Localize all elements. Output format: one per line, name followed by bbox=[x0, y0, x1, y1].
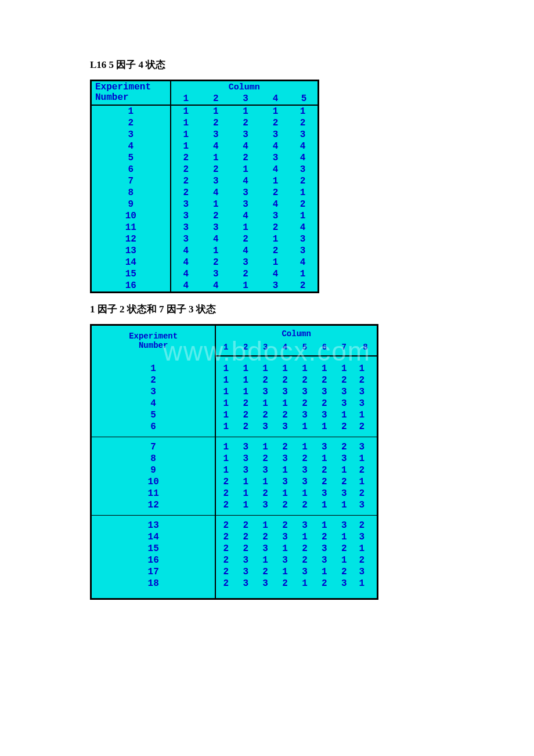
value-cell: 3 bbox=[275, 555, 295, 566]
value-cell: 1 bbox=[334, 409, 354, 421]
value-cell: 1 bbox=[275, 465, 295, 476]
table-row: 1522312321 bbox=[91, 543, 378, 555]
orthogonal-array-table-2: ExperimentNumber Column 1 2 3 4 5 6 7 8 … bbox=[90, 324, 378, 600]
value-cell: 3 bbox=[171, 210, 201, 222]
exp-cell: 3 bbox=[91, 386, 216, 398]
value-cell: 3 bbox=[315, 409, 334, 421]
value-cell: 2 bbox=[354, 465, 378, 476]
title-1: L16 5 因子 4 状态 bbox=[90, 58, 444, 71]
value-cell: 1 bbox=[295, 437, 315, 453]
col2-4: 4 bbox=[275, 339, 295, 356]
value-cell: 4 bbox=[201, 280, 230, 293]
value-cell: 3 bbox=[334, 453, 354, 465]
table-row: 813232131 bbox=[91, 453, 378, 465]
value-cell: 2 bbox=[230, 268, 260, 280]
value-cell: 3 bbox=[315, 543, 334, 555]
value-cell: 1 bbox=[261, 257, 290, 268]
exp-cell: 16 bbox=[91, 280, 171, 293]
value-cell: 2 bbox=[215, 578, 236, 599]
exp-cell: 9 bbox=[91, 199, 171, 210]
value-cell: 4 bbox=[230, 245, 260, 257]
value-cell: 2 bbox=[315, 476, 334, 488]
value-cell: 1 bbox=[236, 375, 255, 386]
exp-cell: 7 bbox=[91, 437, 216, 453]
exp-cell: 7 bbox=[91, 175, 171, 187]
value-cell: 2 bbox=[236, 516, 255, 532]
value-cell: 3 bbox=[295, 566, 315, 578]
value-cell: 1 bbox=[315, 453, 334, 465]
value-cell: 3 bbox=[315, 555, 334, 566]
table-row: 1032431 bbox=[91, 210, 319, 222]
table-row: 622143 bbox=[91, 164, 319, 175]
value-cell: 3 bbox=[290, 233, 318, 245]
exp-cell: 13 bbox=[91, 516, 216, 532]
value-cell: 2 bbox=[230, 152, 260, 164]
value-cell: 3 bbox=[295, 516, 315, 532]
value-cell: 3 bbox=[354, 566, 378, 578]
value-cell: 3 bbox=[230, 187, 260, 199]
value-cell: 1 bbox=[261, 175, 290, 187]
value-cell: 1 bbox=[290, 210, 318, 222]
value-cell: 1 bbox=[290, 268, 318, 280]
value-cell: 1 bbox=[354, 356, 378, 375]
value-cell: 2 bbox=[334, 421, 354, 437]
exp-cell: 10 bbox=[91, 476, 216, 488]
value-cell: 2 bbox=[354, 421, 378, 437]
value-cell: 3 bbox=[236, 437, 255, 453]
table-row: 1322123132 bbox=[91, 516, 378, 532]
col-5: 5 bbox=[290, 93, 318, 105]
value-cell: 3 bbox=[255, 465, 275, 476]
value-cell: 3 bbox=[354, 531, 378, 543]
value-cell: 4 bbox=[201, 233, 230, 245]
value-cell: 1 bbox=[334, 465, 354, 476]
table-row: 1133124 bbox=[91, 222, 319, 233]
value-cell: 1 bbox=[275, 543, 295, 555]
value-cell: 1 bbox=[215, 465, 236, 476]
value-cell: 2 bbox=[255, 531, 275, 543]
value-cell: 1 bbox=[230, 164, 260, 175]
value-cell: 3 bbox=[201, 175, 230, 187]
value-cell: 3 bbox=[255, 578, 275, 599]
value-cell: 2 bbox=[315, 531, 334, 543]
value-cell: 3 bbox=[334, 386, 354, 398]
value-cell: 3 bbox=[230, 257, 260, 268]
value-cell: 3 bbox=[201, 268, 230, 280]
col2-5: 5 bbox=[295, 339, 315, 356]
value-cell: 2 bbox=[334, 566, 354, 578]
header-column: Column bbox=[171, 81, 319, 93]
col2-3: 3 bbox=[255, 339, 275, 356]
orthogonal-array-table-1: ExperimentNumber Column 1 2 3 4 5 111111… bbox=[90, 80, 319, 293]
table-row: 1234213 bbox=[91, 233, 319, 245]
value-cell: 2 bbox=[201, 164, 230, 175]
value-cell: 1 bbox=[255, 516, 275, 532]
value-cell: 2 bbox=[290, 117, 318, 129]
table-row: 313333 bbox=[91, 129, 319, 141]
table-row: 111111111 bbox=[91, 356, 378, 375]
value-cell: 1 bbox=[171, 105, 201, 117]
value-cell: 2 bbox=[236, 543, 255, 555]
value-cell: 3 bbox=[255, 499, 275, 516]
exp-cell: 6 bbox=[91, 164, 171, 175]
value-cell: 1 bbox=[171, 129, 201, 141]
value-cell: 3 bbox=[295, 386, 315, 398]
value-cell: 2 bbox=[275, 437, 295, 453]
header-experiment-number: ExperimentNumber bbox=[91, 81, 171, 106]
value-cell: 3 bbox=[354, 437, 378, 453]
value-cell: 2 bbox=[295, 375, 315, 386]
value-cell: 2 bbox=[315, 578, 334, 599]
value-cell: 1 bbox=[295, 356, 315, 375]
table-row: 521234 bbox=[91, 152, 319, 164]
value-cell: 4 bbox=[171, 245, 201, 257]
value-cell: 1 bbox=[275, 566, 295, 578]
table-row: 931342 bbox=[91, 199, 319, 210]
value-cell: 2 bbox=[354, 375, 378, 386]
value-cell: 3 bbox=[236, 453, 255, 465]
table-row: 1341423 bbox=[91, 245, 319, 257]
exp-cell: 12 bbox=[91, 499, 216, 516]
value-cell: 4 bbox=[290, 152, 318, 164]
value-cell: 2 bbox=[295, 398, 315, 409]
value-cell: 2 bbox=[261, 245, 290, 257]
exp-cell: 11 bbox=[91, 222, 171, 233]
value-cell: 1 bbox=[201, 152, 230, 164]
exp-cell: 2 bbox=[91, 375, 216, 386]
